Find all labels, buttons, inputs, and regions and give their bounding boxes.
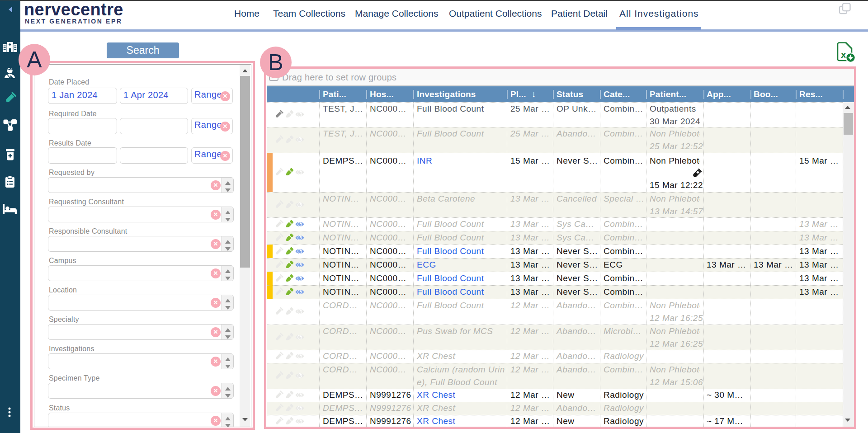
svg-text:x: x: [841, 49, 846, 60]
